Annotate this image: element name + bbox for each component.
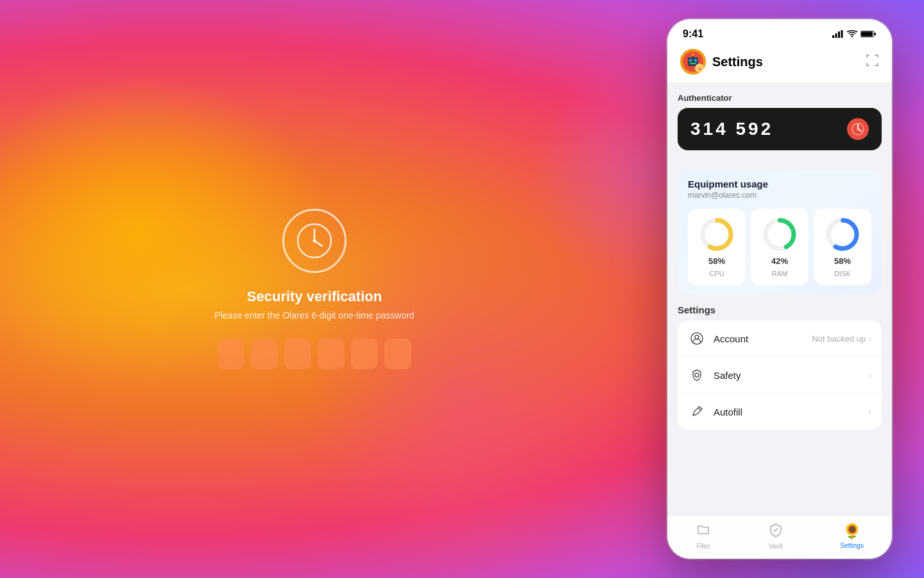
gauge-disk: 58% DISK bbox=[814, 209, 871, 285]
settings-tab-label: Settings bbox=[841, 542, 864, 549]
otp-box-6[interactable] bbox=[384, 338, 411, 369]
svg-point-8 bbox=[851, 36, 853, 37]
authenticator-label: Authenticator bbox=[678, 93, 882, 103]
phone-content[interactable]: Authenticator 314 592 Equipment usage ma… bbox=[667, 83, 892, 515]
svg-point-15 bbox=[689, 59, 692, 62]
autofill-icon bbox=[688, 403, 706, 421]
settings-card: Account Not backed up › Safety › bbox=[678, 320, 882, 430]
gauge-ram: 42% RAM bbox=[751, 209, 809, 285]
ram-label: RAM bbox=[772, 270, 787, 277]
vault-icon bbox=[768, 522, 783, 541]
svg-rect-27 bbox=[866, 63, 868, 66]
otp-box-1[interactable] bbox=[218, 338, 244, 369]
account-label: Account bbox=[714, 333, 812, 344]
ram-percent: 42% bbox=[771, 256, 788, 266]
svg-text:★: ★ bbox=[697, 66, 702, 72]
status-time: 9:41 bbox=[683, 28, 703, 40]
svg-point-39 bbox=[695, 373, 699, 377]
authenticator-card: 314 592 bbox=[678, 108, 882, 150]
svg-rect-23 bbox=[866, 55, 868, 58]
disk-chart bbox=[825, 216, 860, 252]
account-chevron: › bbox=[868, 333, 871, 344]
settings-section-label: Settings bbox=[678, 304, 882, 315]
cpu-percent: 58% bbox=[708, 256, 725, 266]
svg-point-19 bbox=[692, 53, 694, 56]
tab-bar: Files Vault 🌻 Settings bbox=[667, 515, 892, 559]
header-left: ★ Settings bbox=[680, 49, 763, 74]
status-icons bbox=[832, 30, 877, 38]
tab-vault[interactable]: Vault bbox=[768, 522, 783, 550]
equipment-email: marvin@olares.com bbox=[688, 191, 871, 200]
safety-icon bbox=[688, 366, 706, 384]
settings-row-safety[interactable]: Safety › bbox=[678, 357, 882, 394]
otp-box-3[interactable] bbox=[284, 338, 311, 369]
ram-chart bbox=[762, 216, 798, 252]
svg-rect-11 bbox=[875, 33, 877, 35]
autofill-label: Autofill bbox=[714, 407, 866, 417]
svg-point-3 bbox=[313, 240, 316, 243]
svg-rect-5 bbox=[835, 33, 837, 38]
vault-label: Vault bbox=[769, 543, 783, 550]
cpu-chart bbox=[699, 216, 735, 252]
files-label: Files bbox=[697, 543, 710, 550]
svg-rect-7 bbox=[841, 30, 843, 38]
disk-label: DISK bbox=[834, 270, 851, 277]
settings-icon: 🌻 bbox=[843, 522, 862, 540]
avatar: ★ bbox=[680, 49, 706, 74]
gauges-container: 58% CPU 42% RAM bbox=[688, 209, 871, 285]
safety-chevron: › bbox=[868, 370, 871, 380]
app-title: Settings bbox=[712, 55, 763, 69]
security-title: Security verification bbox=[247, 288, 382, 305]
status-bar: 9:41 bbox=[667, 19, 892, 45]
wifi-icon bbox=[847, 30, 857, 38]
account-meta: Not backed up bbox=[812, 334, 866, 344]
auth-timer-icon bbox=[847, 118, 869, 140]
security-overlay: Security verification Please enter the O… bbox=[0, 0, 629, 578]
svg-rect-25 bbox=[877, 55, 878, 58]
equipment-section: Equipment usage marvin@olares.com 58% CP… bbox=[667, 159, 892, 294]
security-subtitle: Please enter the Olares 6-digit one-time… bbox=[214, 310, 414, 320]
equipment-card: Equipment usage marvin@olares.com 58% CP… bbox=[678, 170, 882, 294]
svg-point-16 bbox=[694, 59, 697, 62]
battery-icon bbox=[860, 30, 877, 38]
otp-box-5[interactable] bbox=[351, 338, 378, 369]
settings-row-account[interactable]: Account Not backed up › bbox=[678, 320, 882, 357]
phone-mockup: 9:41 bbox=[667, 19, 892, 559]
clock-icon bbox=[282, 209, 346, 273]
account-icon bbox=[688, 329, 706, 347]
svg-rect-4 bbox=[832, 35, 834, 38]
signal-icon bbox=[832, 30, 844, 38]
otp-input-group[interactable] bbox=[218, 338, 411, 369]
tab-files[interactable]: Files bbox=[696, 522, 711, 550]
svg-point-38 bbox=[695, 335, 699, 339]
svg-rect-29 bbox=[877, 63, 878, 66]
auth-code: 314 592 bbox=[690, 119, 773, 139]
settings-row-autofill[interactable]: Autofill › bbox=[678, 394, 882, 430]
authenticator-section: Authenticator 314 592 bbox=[667, 83, 892, 150]
settings-section: Settings Account Not backed up › bbox=[667, 294, 892, 430]
svg-rect-10 bbox=[861, 32, 873, 37]
gauge-cpu: 58% CPU bbox=[688, 209, 746, 285]
autofill-chevron: › bbox=[868, 407, 871, 417]
cpu-label: CPU bbox=[709, 270, 724, 277]
otp-box-2[interactable] bbox=[251, 338, 278, 369]
equipment-title: Equipment usage bbox=[688, 179, 871, 189]
expand-icon[interactable] bbox=[865, 53, 879, 71]
otp-box-4[interactable] bbox=[318, 338, 345, 369]
tab-settings[interactable]: 🌻 Settings bbox=[841, 522, 864, 550]
files-icon bbox=[696, 522, 711, 541]
safety-label: Safety bbox=[714, 370, 866, 381]
svg-rect-17 bbox=[690, 63, 696, 64]
disk-percent: 58% bbox=[834, 256, 851, 266]
svg-rect-6 bbox=[838, 31, 840, 38]
app-header: ★ Settings bbox=[667, 45, 892, 83]
